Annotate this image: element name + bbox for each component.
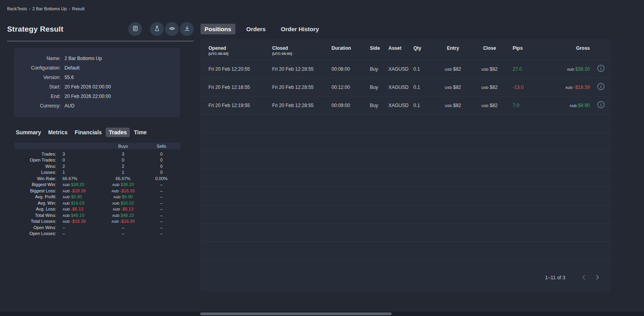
info-value: Default <box>64 65 80 71</box>
table-row-empty <box>200 115 611 133</box>
cell-asset: XAGUSD <box>388 103 413 108</box>
info-label: Configuration: <box>14 65 61 71</box>
stats-cell: 66.67% <box>104 176 142 181</box>
position-details-button[interactable] <box>597 64 605 74</box>
cell-qty: 0.1 <box>413 85 433 90</box>
position-details-button[interactable] <box>597 100 605 110</box>
currency-code: AUD <box>114 195 121 199</box>
info-label: Start: <box>14 84 61 90</box>
amount: $9.90 <box>578 103 590 108</box>
pagination: 1–11 of 3 <box>200 263 611 292</box>
stats-cell: 2 <box>104 164 142 169</box>
breadcrumb-item[interactable]: BackTests <box>7 6 27 11</box>
stats-row: Avg. Loss:AUD-$6.13AUD-$6.13– <box>14 206 180 213</box>
column-label: Gross <box>576 45 590 51</box>
right-tab-orders[interactable]: Orders <box>242 24 270 34</box>
cell-duration: 00:08:00 <box>331 66 370 72</box>
stats-cell: AUD$38.20 <box>59 182 104 187</box>
table-row[interactable]: Fri 20 Feb 12:16:55Fri 20 Feb 12:28:5500… <box>200 78 611 96</box>
stats-row: Losses:110 <box>14 169 180 176</box>
info-row: Currency:AUD <box>14 103 180 109</box>
stats-row-label: Biggest Win: <box>14 182 59 187</box>
info-value: 2 Bar Bottoms Up <box>64 56 102 61</box>
left-tab-financials[interactable]: Financials <box>72 128 105 137</box>
stats-row: Biggest Win:AUD$38.20AUD$38.20– <box>14 182 180 188</box>
strategy-result-header: Strategy Result <box>7 22 194 41</box>
positions-table-header: Opened(UTC-05:00)Closed(UTC-05:00)Durati… <box>200 39 611 60</box>
currency-code: AUD <box>112 220 119 224</box>
stats-col-buys: Buys <box>104 144 142 149</box>
amount: $9.90 <box>122 194 133 199</box>
info-value: 55.6 <box>64 75 74 80</box>
stats-col-sells: Sells <box>142 144 180 149</box>
download-button[interactable] <box>180 22 194 36</box>
amount: -$6.13 <box>121 207 133 211</box>
horizontal-scrollbar-thumb[interactable] <box>200 312 392 315</box>
stats-row: Open Losses:––– <box>14 231 180 237</box>
view-button[interactable] <box>165 22 179 36</box>
stats-cell: 1 <box>59 170 104 175</box>
stats-row: Open Trades:000 <box>14 157 180 164</box>
cell-close: USD$82 <box>473 85 506 90</box>
currency-code: AUD <box>565 86 572 90</box>
horizontal-scrollbar[interactable] <box>0 312 644 316</box>
amount: $16.03 <box>71 201 84 205</box>
table-row-empty <box>200 169 611 187</box>
stats-cell: AUD-$18.39 <box>104 188 142 193</box>
cell-pips: -13.0 <box>506 85 546 90</box>
experiment-button[interactable] <box>150 22 164 36</box>
currency-code: USD <box>445 104 452 108</box>
cell-side: Buy <box>370 103 388 108</box>
report-button[interactable] <box>128 22 142 36</box>
info-value: 20 Feb 2026 22:00:00 <box>64 94 111 99</box>
info-icon <box>597 82 605 92</box>
right-tab-order-history[interactable]: Order History <box>277 24 323 34</box>
amount: $82 <box>453 66 461 72</box>
breadcrumb-item[interactable]: Result <box>72 6 84 11</box>
stats-cell: – <box>59 231 104 236</box>
currency-code: USD <box>481 68 489 71</box>
currency-code: AUD <box>63 214 70 218</box>
next-page-button[interactable] <box>591 271 604 284</box>
table-row-empty <box>200 133 611 151</box>
amount: $82 <box>453 103 461 108</box>
info-row: Name:2 Bar Bottoms Up <box>14 56 180 61</box>
info-row: Start:20 Feb 2026 02:00:00 <box>14 84 180 90</box>
stats-cell: AUD$16.03 <box>59 201 104 205</box>
stats-cell: 0 <box>59 158 104 162</box>
stats-row-label: Trades: <box>14 152 59 156</box>
table-row[interactable]: Fri 20 Feb 12:19:55Fri 20 Feb 12:28:5500… <box>200 96 611 115</box>
column-label: Side <box>370 45 380 51</box>
right-tab-positions[interactable]: Positions <box>201 24 235 34</box>
breadcrumb-separator: › <box>69 6 70 11</box>
column-label: Closed <box>272 45 288 51</box>
info-label: Version: <box>14 75 61 80</box>
table-row[interactable]: Fri 20 Feb 12:20:55Fri 20 Feb 12:28:5500… <box>200 60 611 78</box>
column-header-pips: Pips <box>506 45 546 51</box>
column-header-close: Close <box>473 45 506 51</box>
stats-row: Trades:330 <box>14 151 180 157</box>
breadcrumb-item[interactable]: 2 Bar Bottoms Up <box>32 6 67 11</box>
stats-cell: AUD-$18.39 <box>59 219 104 224</box>
stats-cell: – <box>142 213 180 218</box>
pagination-range: 1–11 of 3 <box>545 275 565 280</box>
cell-qty: 0.1 <box>413 66 433 72</box>
left-tab-summary[interactable]: Summary <box>13 128 44 137</box>
currency-code: USD <box>481 86 489 90</box>
table-row-empty <box>200 187 611 205</box>
currency-code: AUD <box>112 189 119 193</box>
table-row-empty <box>200 224 611 242</box>
column-label: Entry <box>447 45 459 51</box>
strategy-info-card: Name:2 Bar Bottoms UpConfiguration:Defau… <box>14 48 180 117</box>
position-details-button[interactable] <box>597 82 605 92</box>
left-tab-time[interactable]: Time <box>131 128 150 137</box>
left-tab-trades[interactable]: Trades <box>106 128 130 137</box>
currency-code: AUD <box>63 195 70 199</box>
currency-code: AUD <box>112 201 119 205</box>
previous-page-button[interactable] <box>577 271 591 284</box>
left-tab-metrics[interactable]: Metrics <box>45 128 71 137</box>
stats-row-label: Open Wins: <box>14 225 59 230</box>
stats-cell: 0 <box>142 170 180 175</box>
column-label: Asset <box>388 45 402 51</box>
currency-code: AUD <box>63 207 70 211</box>
